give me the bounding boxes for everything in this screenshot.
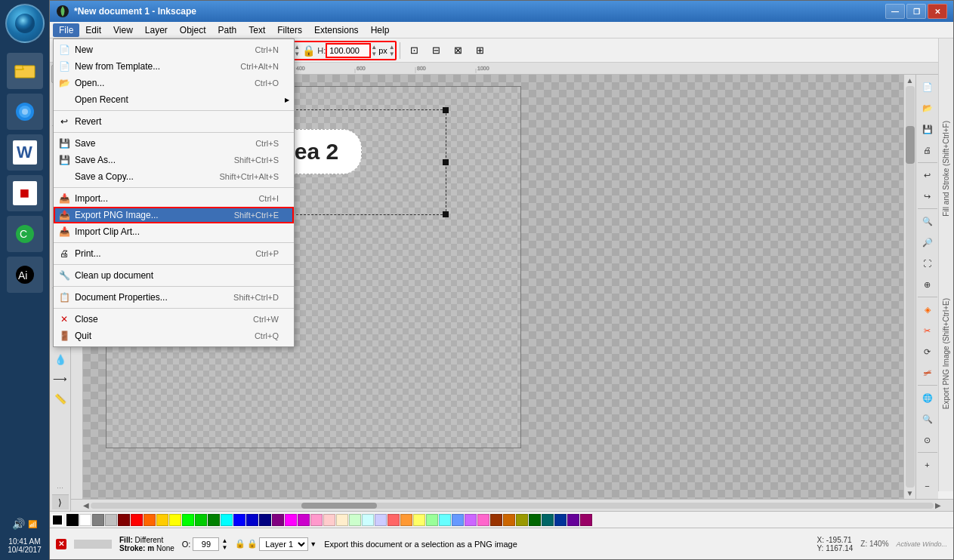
rt-btn-4[interactable]: 🖨 bbox=[918, 140, 937, 160]
scroll-left-arrow[interactable]: ◀ bbox=[83, 501, 89, 509]
menu-entry-open[interactable]: 📂 Open... Ctrl+O bbox=[54, 75, 294, 91]
palette-color-ffff00[interactable] bbox=[169, 514, 181, 526]
tool-measure[interactable]: 📏 bbox=[51, 389, 69, 408]
h-scroll-thumb[interactable] bbox=[301, 503, 377, 509]
menu-layer[interactable]: Layer bbox=[139, 23, 174, 37]
tool-connector[interactable]: ⟶ bbox=[51, 370, 69, 388]
menu-entry-close[interactable]: ✕ Close Ctrl+W bbox=[54, 311, 294, 328]
menu-entry-save-as[interactable]: 💾 Save As... Shift+Ctrl+S bbox=[54, 152, 294, 168]
palette-color-99ff99[interactable] bbox=[426, 514, 438, 526]
palette-color-ff6600[interactable] bbox=[144, 514, 156, 526]
palette-color-ff00ff[interactable] bbox=[285, 514, 297, 526]
menu-help[interactable]: Help bbox=[365, 23, 396, 37]
scroll-down-arrow[interactable]: ▼ bbox=[906, 489, 914, 497]
rt-btn-color1[interactable]: ◈ bbox=[918, 300, 937, 319]
opacity-input[interactable] bbox=[193, 537, 219, 551]
minimize-button[interactable]: — bbox=[885, 4, 905, 19]
menu-entry-revert[interactable]: ↩ Revert bbox=[54, 113, 294, 130]
rt-btn-11[interactable]: ⟳ bbox=[918, 342, 937, 362]
palette-color-ff66cc[interactable] bbox=[477, 514, 489, 526]
toolbar-btn-4[interactable]: ⊞ bbox=[471, 41, 490, 60]
rt-btn-16[interactable]: + bbox=[918, 455, 937, 475]
palette-color-ff0000[interactable] bbox=[131, 514, 143, 526]
scroll-up-arrow[interactable]: ▲ bbox=[906, 76, 914, 85]
h-scroll-track[interactable] bbox=[91, 503, 934, 509]
palette-color-ffeecc[interactable] bbox=[336, 514, 348, 526]
menu-entry-print[interactable]: 🖨 Print... Ctrl+P bbox=[54, 245, 294, 262]
toolbar-btn-3[interactable]: ⊠ bbox=[449, 41, 468, 60]
palette-color-ff6666[interactable] bbox=[387, 514, 400, 526]
menu-entry-export-png[interactable]: 📤 Export PNG Image... Shift+Ctrl+E bbox=[54, 207, 294, 223]
v-scroll-track[interactable] bbox=[906, 86, 915, 488]
palette-color-ccffff[interactable] bbox=[362, 514, 374, 526]
taskbar-app3[interactable]: C bbox=[7, 216, 43, 252]
menu-entry-new-from-template[interactable]: 📄 New from Template... Ctrl+Alt+N bbox=[54, 58, 294, 75]
palette-color-66ffff[interactable] bbox=[439, 514, 451, 526]
palette-color-00cc00[interactable] bbox=[195, 514, 207, 526]
menu-text[interactable]: Text bbox=[242, 23, 271, 37]
palette-color-00ff00[interactable] bbox=[182, 514, 194, 526]
menu-entry-quit[interactable]: 🚪 Quit Ctrl+Q bbox=[54, 328, 294, 344]
menu-path[interactable]: Path bbox=[212, 23, 243, 37]
rt-btn-color2[interactable]: ✂ bbox=[918, 321, 937, 340]
rt-btn-17[interactable]: − bbox=[918, 476, 937, 496]
palette-color-cc00cc[interactable] bbox=[298, 514, 310, 526]
palette-color-ff9933[interactable] bbox=[400, 514, 412, 526]
rt-btn-9[interactable]: ⛶ bbox=[918, 254, 937, 273]
palette-color-ccffcc[interactable] bbox=[349, 514, 361, 526]
taskbar-word[interactable]: W bbox=[7, 134, 43, 171]
layer-dropdown-arrow[interactable]: ▼ bbox=[310, 540, 316, 548]
palette-color-0000cc[interactable] bbox=[246, 514, 258, 526]
palette-color-660099[interactable] bbox=[567, 514, 579, 526]
menu-entry-doc-props[interactable]: 📋 Document Properties... Shift+Ctrl+D bbox=[54, 289, 294, 306]
palette-color-ff99cc[interactable] bbox=[310, 514, 323, 526]
palette-color-0000ff[interactable] bbox=[233, 514, 245, 526]
taskbar-inkscape[interactable]: Ai bbox=[7, 257, 43, 293]
scroll-right-arrow[interactable]: ▶ bbox=[935, 501, 941, 509]
palette-color-006666[interactable] bbox=[542, 514, 554, 526]
rt-btn-12[interactable]: ⧣ bbox=[918, 363, 937, 383]
palette-color-003399[interactable] bbox=[554, 514, 567, 526]
palette-color-800080[interactable] bbox=[272, 514, 284, 526]
palette-color-c0c0c0[interactable] bbox=[105, 514, 117, 526]
h-spinner[interactable]: ▲▼ bbox=[371, 44, 377, 57]
menu-entry-import[interactable]: 📥 Import... Ctrl+I bbox=[54, 190, 294, 207]
palette-transparent[interactable] bbox=[51, 514, 63, 526]
palette-color-cc66ff[interactable] bbox=[465, 514, 477, 526]
toolbar-btn-1[interactable]: ⊡ bbox=[405, 41, 425, 60]
taskbar-browser[interactable] bbox=[7, 94, 43, 130]
palette-color-008000[interactable] bbox=[208, 514, 220, 526]
palette-color-990066[interactable] bbox=[580, 514, 592, 526]
rt-btn-14[interactable]: 🔍 bbox=[918, 409, 937, 429]
vertical-scrollbar[interactable]: ▲ ▼ bbox=[903, 75, 915, 499]
tool-dropper[interactable]: 💧 bbox=[51, 350, 69, 368]
palette-color-006600[interactable] bbox=[529, 514, 541, 526]
menu-object[interactable]: Object bbox=[174, 23, 212, 37]
rt-btn-5[interactable]: ↩ bbox=[918, 165, 937, 185]
rt-btn-6[interactable]: ↪ bbox=[918, 186, 937, 206]
menu-entry-new[interactable]: 📄 New Ctrl+N bbox=[54, 42, 294, 58]
close-button[interactable]: ✕ bbox=[928, 4, 947, 19]
taskbar-file-manager[interactable] bbox=[7, 53, 43, 89]
rt-btn-2[interactable]: 📂 bbox=[918, 98, 937, 118]
palette-color-ffcccc[interactable] bbox=[323, 514, 335, 526]
menu-entry-save[interactable]: 💾 Save Ctrl+S bbox=[54, 135, 294, 152]
horizontal-scrollbar[interactable]: ◀ ▶ bbox=[71, 499, 953, 511]
menu-entry-save-copy[interactable]: Save a Copy... Shift+Ctrl+Alt+S bbox=[54, 168, 294, 185]
unit-spinner[interactable]: ▲▼ bbox=[389, 44, 395, 57]
v-scroll-thumb[interactable] bbox=[906, 126, 915, 164]
menu-view[interactable]: View bbox=[107, 23, 139, 37]
palette-color-00ffff[interactable] bbox=[221, 514, 233, 526]
menu-entry-import-clipart[interactable]: 📥 Import Clip Art... bbox=[54, 223, 294, 240]
menu-entry-cleanup[interactable]: 🔧 Clean up document bbox=[54, 267, 294, 284]
rt-btn-7[interactable]: 🔍 bbox=[918, 211, 937, 231]
menu-edit[interactable]: Edit bbox=[79, 23, 107, 37]
palette-color-808080[interactable] bbox=[92, 514, 104, 526]
palette-color-6699ff[interactable] bbox=[452, 514, 464, 526]
rt-btn-1[interactable]: 📄 bbox=[918, 77, 937, 97]
palette-color-999900[interactable] bbox=[516, 514, 528, 526]
palette-color-000080[interactable] bbox=[259, 514, 271, 526]
palette-color-ffff66[interactable] bbox=[413, 514, 425, 526]
windows-orb[interactable] bbox=[5, 4, 45, 43]
layer-select[interactable]: Layer 1 bbox=[259, 537, 308, 551]
